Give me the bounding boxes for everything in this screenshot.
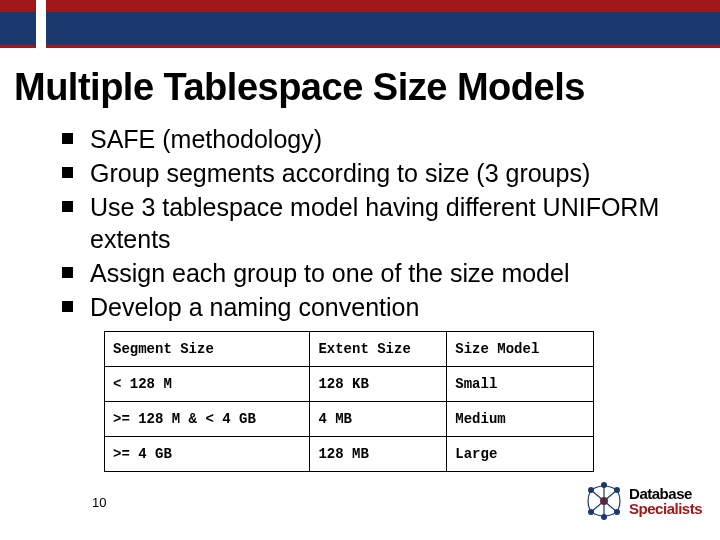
logo-text: Database Specialists <box>629 486 702 516</box>
header-bar <box>0 0 720 48</box>
logo-word-2: Specialists <box>629 501 702 516</box>
brand-logo: Database Specialists <box>583 480 702 522</box>
table-header-row: Segment Size Extent Size Size Model <box>105 332 594 367</box>
table-cell: Small <box>447 367 594 402</box>
list-item: Use 3 tablespace model having different … <box>62 191 680 255</box>
list-item: SAFE (methodology) <box>62 123 680 155</box>
table-cell: 128 KB <box>310 367 447 402</box>
table-header: Size Model <box>447 332 594 367</box>
table-header: Extent Size <box>310 332 447 367</box>
table-cell: < 128 M <box>105 367 310 402</box>
list-item: Group segments according to size (3 grou… <box>62 157 680 189</box>
list-item: Assign each group to one of the size mod… <box>62 257 680 289</box>
size-model-table: Segment Size Extent Size Size Model < 12… <box>104 331 594 472</box>
page-number: 10 <box>92 495 106 510</box>
table-cell: 4 MB <box>310 402 447 437</box>
page-title: Multiple Tablespace Size Models <box>0 48 720 123</box>
table-row: < 128 M 128 KB Small <box>105 367 594 402</box>
table-cell: Large <box>447 437 594 472</box>
table-cell: >= 128 M & < 4 GB <box>105 402 310 437</box>
table-row: >= 4 GB 128 MB Large <box>105 437 594 472</box>
logo-icon <box>583 480 625 522</box>
list-item: Develop a naming convention <box>62 291 680 323</box>
table-row: >= 128 M & < 4 GB 4 MB Medium <box>105 402 594 437</box>
table-cell: >= 4 GB <box>105 437 310 472</box>
table-cell: Medium <box>447 402 594 437</box>
bullet-list: SAFE (methodology) Group segments accord… <box>0 123 720 323</box>
table-cell: 128 MB <box>310 437 447 472</box>
logo-word-1: Database <box>629 486 702 501</box>
table-header: Segment Size <box>105 332 310 367</box>
